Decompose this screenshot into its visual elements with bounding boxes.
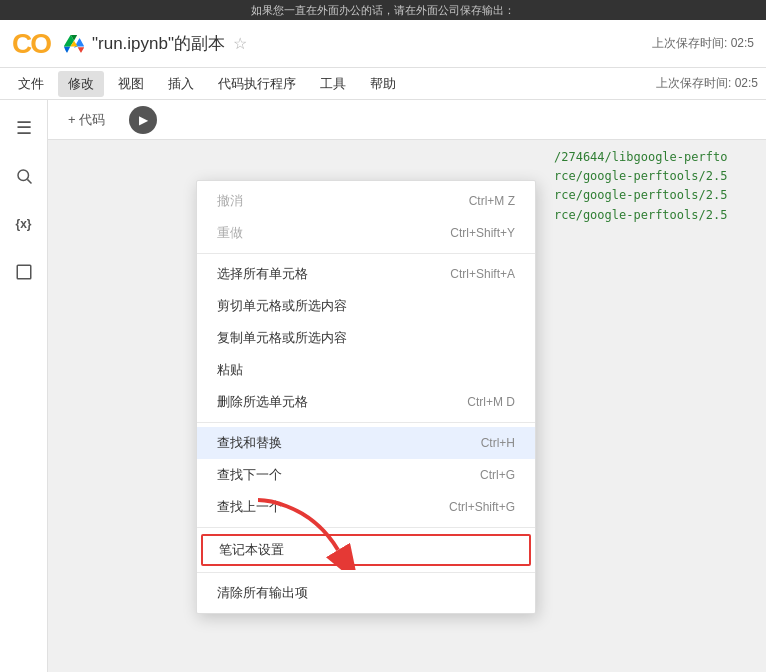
delete-cells-label: 删除所选单元格 [217, 393, 308, 411]
add-code-label: + 代码 [68, 111, 105, 129]
menu-item-find-prev[interactable]: 查找上一个 Ctrl+Shift+G [197, 491, 535, 523]
document-title[interactable]: "run.ipynb"的副本 [92, 32, 225, 55]
menu-item-paste[interactable]: 粘贴 [197, 354, 535, 386]
run-icon: ▶ [139, 113, 148, 127]
redo-shortcut: Ctrl+Shift+Y [450, 226, 515, 240]
menu-item-find-next[interactable]: 查找下一个 Ctrl+G [197, 459, 535, 491]
logo: CO [12, 28, 50, 60]
find-replace-label: 查找和替换 [217, 434, 282, 452]
sidebar-files-icon[interactable] [8, 256, 40, 288]
code-line-3: rce/google-perftools/2.5 [554, 186, 758, 205]
menu-item-notebook-settings[interactable]: 笔记本设置 [201, 534, 531, 566]
delete-cells-shortcut: Ctrl+M D [467, 395, 515, 409]
menu-item-cut-cells[interactable]: 剪切单元格或所选内容 [197, 290, 535, 322]
find-prev-label: 查找上一个 [217, 498, 282, 516]
paste-label: 粘贴 [217, 361, 243, 379]
sidebar-variables-icon[interactable]: {x} [8, 208, 40, 240]
select-all-shortcut: Ctrl+Shift+A [450, 267, 515, 281]
menu-item-delete-cells[interactable]: 删除所选单元格 Ctrl+M D [197, 386, 535, 418]
menu-tools[interactable]: 工具 [310, 71, 356, 97]
code-line-2: rce/google-perftools/2.5 [554, 167, 758, 186]
undo-shortcut: Ctrl+M Z [469, 194, 515, 208]
drive-icon [64, 34, 84, 54]
svg-line-1 [27, 179, 31, 183]
menu-edit[interactable]: 修改 [58, 71, 104, 97]
top-bar: CO "run.ipynb"的副本 ☆ 上次保存时间: 02:5 [0, 20, 766, 68]
redo-label: 重做 [217, 224, 243, 242]
menu-section-find: 查找和替换 Ctrl+H 查找下一个 Ctrl+G 查找上一个 Ctrl+Shi… [197, 422, 535, 527]
sidebar: ☰ {x} [0, 100, 48, 672]
run-button[interactable]: ▶ [129, 106, 157, 134]
code-output: /274644/libgoogle-perfto rce/google-perf… [546, 140, 766, 233]
menu-item-undo[interactable]: 撤消 Ctrl+M Z [197, 185, 535, 217]
code-line-4: rce/google-perftools/2.5 [554, 206, 758, 225]
menu-item-clear-outputs[interactable]: 清除所有输出项 [197, 577, 535, 609]
find-prev-shortcut: Ctrl+Shift+G [449, 500, 515, 514]
clear-outputs-label: 清除所有输出项 [217, 584, 308, 602]
find-next-label: 查找下一个 [217, 466, 282, 484]
main-area: ☰ {x} + 代码 ▶ /274644/libgoogle-per [0, 100, 766, 672]
menu-help[interactable]: 帮助 [360, 71, 406, 97]
code-line-1: /274644/libgoogle-perfto [554, 148, 758, 167]
menu-insert[interactable]: 插入 [158, 71, 204, 97]
undo-label: 撤消 [217, 192, 243, 210]
notebook-toolbar: + 代码 ▶ [48, 100, 766, 140]
content-area: + 代码 ▶ /274644/libgoogle-perfto rce/goog… [48, 100, 766, 672]
copy-cells-label: 复制单元格或所选内容 [217, 329, 347, 347]
find-next-shortcut: Ctrl+G [480, 468, 515, 482]
menu-item-find-replace[interactable]: 查找和替换 Ctrl+H [197, 427, 535, 459]
menu-runtime[interactable]: 代码执行程序 [208, 71, 306, 97]
menu-item-select-all[interactable]: 选择所有单元格 Ctrl+Shift+A [197, 258, 535, 290]
svg-point-0 [18, 170, 29, 181]
menu-item-redo[interactable]: 重做 Ctrl+Shift+Y [197, 217, 535, 249]
menu-item-copy-cells[interactable]: 复制单元格或所选内容 [197, 322, 535, 354]
notification-text: 如果您一直在外面办公的话，请在外面公司保存输出： [251, 3, 515, 18]
menu-section-settings: 笔记本设置 [197, 527, 535, 572]
cut-cells-label: 剪切单元格或所选内容 [217, 297, 347, 315]
find-replace-shortcut: Ctrl+H [481, 436, 515, 450]
star-icon[interactable]: ☆ [233, 34, 247, 53]
menu-bar: 文件 修改 视图 插入 代码执行程序 工具 帮助 上次保存时间: 02:5 [0, 68, 766, 100]
menu-save-time: 上次保存时间: 02:5 [656, 75, 758, 92]
sidebar-search-icon[interactable] [8, 160, 40, 192]
save-time: 上次保存时间: 02:5 [652, 35, 754, 52]
menu-section-undo: 撤消 Ctrl+M Z 重做 Ctrl+Shift+Y [197, 181, 535, 253]
add-code-button[interactable]: + 代码 [60, 107, 113, 133]
edit-dropdown-menu: 撤消 Ctrl+M Z 重做 Ctrl+Shift+Y 选择所有单元格 Ctrl… [196, 180, 536, 614]
sidebar-toc-icon[interactable]: ☰ [8, 112, 40, 144]
logo-text: CO [12, 28, 50, 60]
select-all-label: 选择所有单元格 [217, 265, 308, 283]
svg-rect-2 [17, 265, 31, 279]
menu-section-clear: 清除所有输出项 [197, 572, 535, 613]
title-area: "run.ipynb"的副本 ☆ [64, 32, 247, 55]
notebook-settings-label: 笔记本设置 [219, 541, 284, 559]
menu-file[interactable]: 文件 [8, 71, 54, 97]
menu-view[interactable]: 视图 [108, 71, 154, 97]
notification-bar: 如果您一直在外面办公的话，请在外面公司保存输出： [0, 0, 766, 20]
menu-section-cells: 选择所有单元格 Ctrl+Shift+A 剪切单元格或所选内容 复制单元格或所选… [197, 253, 535, 422]
